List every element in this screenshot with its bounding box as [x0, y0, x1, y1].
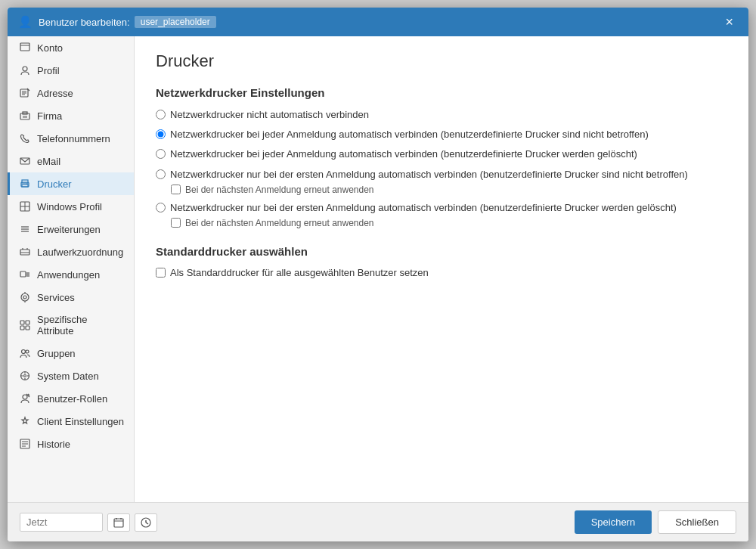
- anwendungen-icon: [19, 268, 31, 281]
- radio-item-4: Netzwerkdrucker nur bei der ersten Anmel…: [156, 168, 727, 181]
- calendar-icon: [113, 517, 124, 528]
- standard-drucker-label: Als Standarddrucker für alle ausgewählte…: [170, 267, 429, 278]
- standard-section-title: Standarddrucker auswählen: [156, 245, 727, 258]
- svg-point-33: [23, 296, 26, 299]
- drucker-icon: [19, 178, 31, 190]
- sidebar-item-profil[interactable]: Profil: [8, 59, 134, 82]
- sidebar-item-gruppen[interactable]: Gruppen: [8, 342, 134, 364]
- sidebar-item-adresse[interactable]: Adresse: [8, 82, 134, 104]
- sidebar-label-adresse: Adresse: [37, 88, 73, 99]
- time-button[interactable]: [135, 513, 157, 532]
- services-icon: [19, 291, 31, 303]
- sidebar-item-rollen[interactable]: Benutzer-Rollen: [8, 387, 134, 410]
- svg-rect-0: [20, 43, 29, 51]
- user-icon: 👤: [18, 15, 33, 29]
- sidebar-label-anwendungen: Anwendungen: [37, 269, 100, 281]
- standard-drucker-checkbox[interactable]: [156, 268, 166, 278]
- sidebar-label-rollen: Benutzer-Rollen: [37, 393, 107, 405]
- modal-title: Benutzer bearbeiten: user_placeholder: [39, 16, 216, 28]
- sidebar-item-anwendungen[interactable]: Anwendungen: [8, 263, 134, 286]
- close-footer-button[interactable]: Schließen: [658, 510, 736, 534]
- sidebar-label-gruppen: Gruppen: [37, 348, 76, 359]
- svg-rect-16: [22, 185, 28, 187]
- svg-rect-37: [26, 321, 29, 324]
- radio-opt3[interactable]: [156, 149, 166, 159]
- svg-point-43: [24, 375, 26, 377]
- sidebar-label-email: eMail: [37, 156, 60, 167]
- sidebar-label-windows: Windows Profil: [37, 201, 102, 212]
- svg-point-17: [26, 183, 28, 185]
- radio-opt1[interactable]: [156, 110, 166, 119]
- telefon-icon: [19, 132, 31, 144]
- sub-checkbox-5-label: Bei der nächsten Anmeldung erneut anwend…: [185, 218, 374, 228]
- radio-item-1: Netzwerkdrucker nicht automatisch verbin…: [156, 108, 727, 122]
- svg-rect-55: [114, 519, 123, 527]
- sub-checkbox-4: Bei der nächsten Anmeldung erneut anwend…: [171, 185, 727, 195]
- sub-checkbox-5: Bei der nächsten Anmeldung erneut anwend…: [171, 218, 727, 228]
- sidebar-item-erweiterungen[interactable]: Erweiterungen: [8, 218, 134, 240]
- standard-checkbox-group: Als Standarddrucker für alle ausgewählte…: [156, 267, 727, 278]
- windows-icon: [19, 200, 31, 212]
- radio-item-3: Netzwerkdrucker bei jeder Anmeldung auto…: [156, 147, 727, 161]
- email-icon: [19, 155, 31, 167]
- gruppen-icon: [19, 347, 31, 359]
- radio-label-2: Netzwerkdrucker bei jeder Anmeldung auto…: [170, 128, 649, 141]
- sidebar-item-email[interactable]: eMail: [8, 150, 134, 172]
- sidebar-item-client[interactable]: Client Einstellungen: [8, 410, 134, 433]
- konto-icon: [19, 42, 31, 54]
- erweiterungen-icon: [19, 223, 31, 235]
- sidebar-item-telefonnummern[interactable]: Telefonnummern: [8, 127, 134, 150]
- sidebar-item-drucker[interactable]: Drucker: [8, 172, 134, 195]
- svg-line-61: [146, 523, 148, 524]
- sub-checkbox-4-label: Bei der nächsten Anmeldung erneut anwend…: [185, 185, 374, 195]
- radio-label-3: Netzwerkdrucker bei jeder Anmeldung auto…: [170, 147, 637, 161]
- sidebar-label-historie: Historie: [37, 439, 70, 450]
- date-input[interactable]: [20, 513, 103, 532]
- svg-point-41: [26, 350, 29, 353]
- modal-body: Konto Profil Adresse Firma: [8, 36, 748, 502]
- header-left: 👤 Benutzer bearbeiten: user_placeholder: [18, 15, 216, 29]
- sub-checkbox-5-input[interactable]: [171, 218, 181, 228]
- footer-left: [20, 513, 157, 532]
- sidebar-label-profil: Profil: [37, 65, 60, 76]
- radio-label-5: Netzwerkdrucker nur bei der ersten Anmel…: [170, 201, 677, 215]
- radio-item-4-group: Netzwerkdrucker nur bei der ersten Anmel…: [156, 168, 727, 195]
- radio-opt4[interactable]: [156, 169, 166, 179]
- svg-rect-36: [20, 321, 24, 324]
- svg-rect-28: [20, 271, 26, 277]
- sidebar-label-konto: Konto: [37, 42, 63, 54]
- sub-checkbox-4-input[interactable]: [171, 185, 181, 194]
- close-button[interactable]: ×: [720, 14, 738, 30]
- radio-opt5[interactable]: [156, 203, 166, 212]
- sidebar-item-historie[interactable]: Historie: [8, 433, 134, 455]
- sidebar-item-konto[interactable]: Konto: [8, 36, 134, 59]
- svg-point-48: [23, 395, 27, 399]
- sidebar-item-spezifische[interactable]: Spezifische Attribute: [8, 309, 134, 342]
- modal-footer: Speichern Schließen: [8, 502, 748, 541]
- svg-point-2: [23, 67, 27, 71]
- footer-right: Speichern Schließen: [575, 510, 736, 534]
- sidebar-label-system: System Daten: [37, 371, 99, 382]
- sidebar-item-laufwerk[interactable]: Laufwerkzuordnung: [8, 240, 134, 263]
- sidebar-label-drucker: Drucker: [37, 178, 72, 190]
- save-button[interactable]: Speichern: [575, 510, 652, 534]
- calendar-button[interactable]: [107, 513, 130, 532]
- sidebar-label-telefon: Telefonnummern: [37, 133, 110, 144]
- sidebar-item-system[interactable]: System Daten: [8, 364, 134, 387]
- svg-rect-39: [26, 326, 29, 330]
- firma-icon: [19, 110, 31, 122]
- client-icon: [19, 415, 31, 427]
- sidebar-label-spezifische: Spezifische Attribute: [37, 314, 125, 337]
- sidebar-item-services[interactable]: Services: [8, 286, 134, 309]
- page-title: Drucker: [156, 51, 727, 71]
- sidebar-item-firma[interactable]: Firma: [8, 104, 134, 127]
- clock-icon: [141, 517, 151, 528]
- spezifische-icon: [19, 319, 31, 331]
- historie-icon: [19, 438, 31, 450]
- adresse-icon: [19, 87, 31, 99]
- sidebar-label-erweiterungen: Erweiterungen: [37, 224, 101, 235]
- sidebar-item-windows-profil[interactable]: Windows Profil: [8, 195, 134, 218]
- radio-opt2[interactable]: [156, 129, 166, 139]
- network-section-title: Netzwerkdrucker Einstellungen: [156, 86, 727, 99]
- svg-point-40: [22, 350, 26, 354]
